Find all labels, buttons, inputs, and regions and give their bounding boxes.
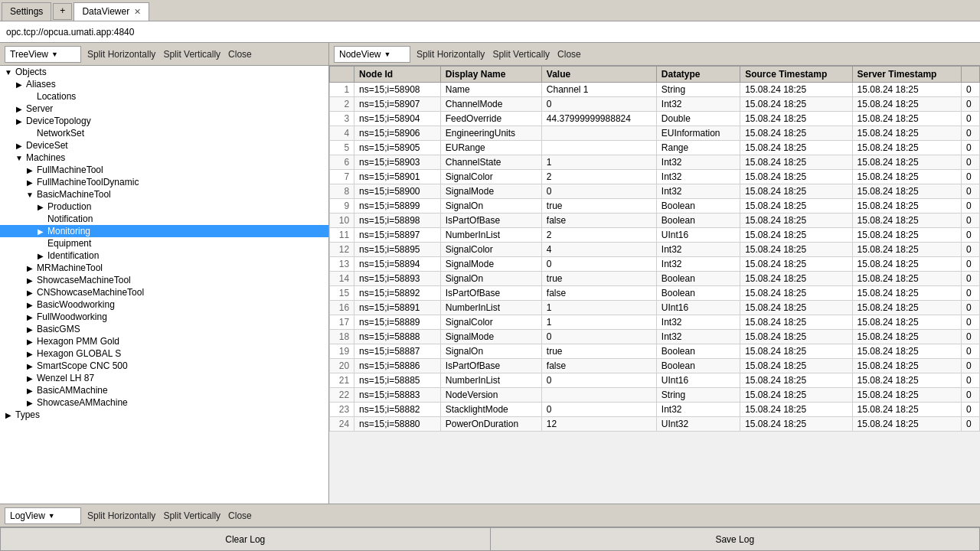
tree-expander-cnshowcasemachinetool[interactable]: ▶ bbox=[24, 289, 35, 297]
table-row[interactable]: 18 ns=15;i=58888 SignalMode 0 Int32 15.0… bbox=[330, 330, 980, 344]
table-row[interactable]: 7 ns=15;i=58901 SignalColor 2 Int32 15.0… bbox=[330, 170, 980, 184]
tree-item-networkset[interactable]: NetworkSet bbox=[0, 127, 328, 139]
tree-item-basicwoodworking[interactable]: ▶ BasicWoodworking bbox=[0, 298, 328, 311]
tree-item-identification[interactable]: ▶ Identification bbox=[0, 249, 328, 262]
tree-item-types[interactable]: ▶ Types bbox=[0, 409, 328, 421]
logview-select[interactable]: LogView ▼ bbox=[5, 507, 81, 524]
table-row[interactable]: 2 ns=15;i=58907 ChannelMode 0 Int32 15.0… bbox=[330, 97, 980, 112]
tab-add-button[interactable]: + bbox=[53, 3, 72, 20]
table-row[interactable]: 22 ns=15;i=58883 NodeVersion String 15.0… bbox=[330, 388, 980, 403]
tree-item-production[interactable]: ▶ Production bbox=[0, 201, 328, 213]
tree-item-mrmachinetool[interactable]: ▶ MRMachineTool bbox=[0, 262, 328, 274]
table-row[interactable]: 20 ns=15;i=58886 IsPartOfBase false Bool… bbox=[330, 359, 980, 373]
bottom-close-button[interactable]: Close bbox=[227, 510, 253, 522]
tree-item-objects[interactable]: ▼ Objects bbox=[0, 66, 328, 78]
table-row[interactable]: 21 ns=15;i=58885 NumberInList 0 UInt16 1… bbox=[330, 373, 980, 388]
right-split-vertically-button[interactable]: Split Vertically bbox=[491, 48, 551, 60]
table-row[interactable]: 13 ns=15;i=58894 SignalMode 0 Int32 15.0… bbox=[330, 257, 980, 272]
tree-item-hexagonpmmgold[interactable]: ▶ Hexagon PMM Gold bbox=[0, 335, 328, 347]
table-row[interactable]: 6 ns=15;i=58903 ChannelState 1 Int32 15.… bbox=[330, 155, 980, 170]
tree-expander-smartscopecnc500[interactable]: ▶ bbox=[24, 362, 35, 370]
tree-item-basicgms[interactable]: ▶ BasicGMS bbox=[0, 323, 328, 335]
save-log-button[interactable]: Save Log bbox=[490, 527, 981, 551]
tree-item-showcasemachinetool[interactable]: ▶ ShowcaseMachineTool bbox=[0, 274, 328, 286]
tree-item-notification[interactable]: Notification bbox=[0, 213, 328, 225]
tree-expander-fullmachinetooldynamic[interactable]: ▶ bbox=[24, 178, 35, 187]
tree-expander-deviceset[interactable]: ▶ bbox=[14, 142, 24, 150]
cell-value: 2 bbox=[541, 170, 656, 184]
tree-item-showcaseammachine[interactable]: ▶ ShowcaseAMMachine bbox=[0, 396, 328, 409]
tree-item-aliases[interactable]: ▶ Aliases bbox=[0, 78, 328, 90]
tree-expander-wenzellh87[interactable]: ▶ bbox=[24, 374, 35, 383]
tree-expander-basicwoodworking[interactable]: ▶ bbox=[24, 301, 35, 309]
tab-dataviewer-close[interactable]: ✕ bbox=[134, 7, 141, 17]
tree-item-machines[interactable]: ▼ Machines bbox=[0, 152, 328, 164]
table-row[interactable]: 15 ns=15;i=58892 IsPartOfBase false Bool… bbox=[330, 286, 980, 301]
tree-expander-hexagonpmmgold[interactable]: ▶ bbox=[24, 337, 35, 346]
tree-item-smartscopecnc500[interactable]: ▶ SmartScope CNC 500 bbox=[0, 360, 328, 372]
tree-expander-identification[interactable]: ▶ bbox=[35, 252, 46, 260]
tree-item-fullwoodworking[interactable]: ▶ FullWoodworking bbox=[0, 311, 328, 323]
table-row[interactable]: 8 ns=15;i=58900 SignalMode 0 Int32 15.08… bbox=[330, 184, 980, 199]
bottom-split-horizontally-button[interactable]: Split Horizontally bbox=[86, 510, 157, 522]
bottom-split-vertically-button[interactable]: Split Vertically bbox=[162, 510, 222, 522]
tree-label-cnshowcasemachinetool: CNShowcaseMachineTool bbox=[35, 287, 144, 298]
table-row[interactable]: 10 ns=15;i=58898 IsPartOfBase false Bool… bbox=[330, 214, 980, 228]
tab-settings[interactable]: Settings bbox=[2, 2, 51, 21]
tree-expander-objects[interactable]: ▼ bbox=[3, 68, 14, 77]
tree-expander-production[interactable]: ▶ bbox=[35, 203, 46, 211]
table-row[interactable]: 11 ns=15;i=58897 NumberInList 2 UInt16 1… bbox=[330, 228, 980, 243]
table-row[interactable]: 14 ns=15;i=58893 SignalOn true Boolean 1… bbox=[330, 272, 980, 286]
tree-item-wenzellh87[interactable]: ▶ Wenzel LH 87 bbox=[0, 372, 328, 384]
left-split-horizontally-button[interactable]: Split Horizontally bbox=[86, 48, 157, 60]
tree-item-cnshowcasemachinetool[interactable]: ▶ CNShowcaseMachineTool bbox=[0, 286, 328, 298]
tree-expander-basicammachine[interactable]: ▶ bbox=[24, 386, 35, 395]
tree-item-server[interactable]: ▶ Server bbox=[0, 103, 328, 115]
tree-item-basicmachinetool[interactable]: ▼ BasicMachineTool bbox=[0, 188, 328, 201]
tree-expander-basicgms[interactable]: ▶ bbox=[24, 325, 35, 334]
nodeview-select[interactable]: NodeView ▼ bbox=[334, 46, 410, 63]
table-row[interactable]: 9 ns=15;i=58899 SignalOn true Boolean 15… bbox=[330, 199, 980, 214]
tree-item-deviceset[interactable]: ▶ DeviceSet bbox=[0, 139, 328, 152]
table-row[interactable]: 17 ns=15;i=58889 SignalColor 1 Int32 15.… bbox=[330, 315, 980, 330]
left-split-vertically-button[interactable]: Split Vertically bbox=[162, 48, 222, 60]
table-row[interactable]: 23 ns=15;i=58882 StacklightMode 0 Int32 … bbox=[330, 403, 980, 417]
tree-expander-server[interactable]: ▶ bbox=[14, 105, 24, 113]
tree-expander-showcaseammachine[interactable]: ▶ bbox=[24, 399, 35, 407]
tree-item-fullmachinetooldynamic[interactable]: ▶ FullMachineToolDynamic bbox=[0, 176, 328, 188]
clear-log-button[interactable]: Clear Log bbox=[0, 527, 490, 551]
tree-expander-basicmachinetool[interactable]: ▼ bbox=[24, 191, 35, 199]
cell-nodeid: ns=15;i=58898 bbox=[354, 214, 441, 228]
table-row[interactable]: 4 ns=15;i=58906 EngineeringUnits EUInfor… bbox=[330, 126, 980, 141]
tree-item-fullmachinetool[interactable]: ▶ FullMachineTool bbox=[0, 164, 328, 176]
right-close-button[interactable]: Close bbox=[556, 48, 583, 60]
tree-item-equipment[interactable]: Equipment bbox=[0, 237, 328, 249]
tree-expander-hexagonglobals[interactable]: ▶ bbox=[24, 350, 35, 358]
tree-item-hexagonglobals[interactable]: ▶ Hexagon GLOBAL S bbox=[0, 347, 328, 360]
tab-dataviewer[interactable]: DataViewer ✕ bbox=[74, 2, 149, 21]
table-row[interactable]: 24 ns=15;i=58880 PowerOnDuration 12 UInt… bbox=[330, 417, 980, 432]
table-row[interactable]: 12 ns=15;i=58895 SignalColor 4 Int32 15.… bbox=[330, 243, 980, 257]
table-row[interactable]: 5 ns=15;i=58905 EURange Range 15.08.24 1… bbox=[330, 141, 980, 155]
left-close-button[interactable]: Close bbox=[227, 48, 253, 60]
tree-expander-showcasemachinetool[interactable]: ▶ bbox=[24, 276, 35, 285]
tree-expander-devicetopology[interactable]: ▶ bbox=[14, 117, 24, 126]
tree-expander-types[interactable]: ▶ bbox=[3, 411, 14, 419]
tree-expander-fullmachinetool[interactable]: ▶ bbox=[24, 166, 35, 174]
tree-expander-machines[interactable]: ▼ bbox=[14, 154, 24, 162]
tree-item-basicammachine[interactable]: ▶ BasicAMMachine bbox=[0, 384, 328, 396]
table-row[interactable]: 3 ns=15;i=58904 FeedOverride 44.37999999… bbox=[330, 112, 980, 126]
tree-item-monitoring[interactable]: ▶ Monitoring bbox=[0, 225, 328, 237]
cell-displayname: NumberInList bbox=[440, 228, 541, 243]
table-row[interactable]: 16 ns=15;i=58891 NumberInList 1 UInt16 1… bbox=[330, 301, 980, 315]
treeview-select[interactable]: TreeView ▼ bbox=[5, 46, 81, 63]
tree-expander-mrmachinetool[interactable]: ▶ bbox=[24, 264, 35, 272]
tree-expander-fullwoodworking[interactable]: ▶ bbox=[24, 313, 35, 321]
tree-item-locations[interactable]: Locations bbox=[0, 90, 328, 103]
col-extra bbox=[961, 67, 979, 83]
tree-item-devicetopology[interactable]: ▶ DeviceTopology bbox=[0, 115, 328, 127]
tree-expander-aliases[interactable]: ▶ bbox=[14, 80, 24, 89]
table-row[interactable]: 19 ns=15;i=58887 SignalOn true Boolean 1… bbox=[330, 344, 980, 359]
table-row[interactable]: 1 ns=15;i=58908 Name Channel 1 String 15… bbox=[330, 83, 980, 97]
right-split-horizontally-button[interactable]: Split Horizontally bbox=[415, 48, 486, 60]
